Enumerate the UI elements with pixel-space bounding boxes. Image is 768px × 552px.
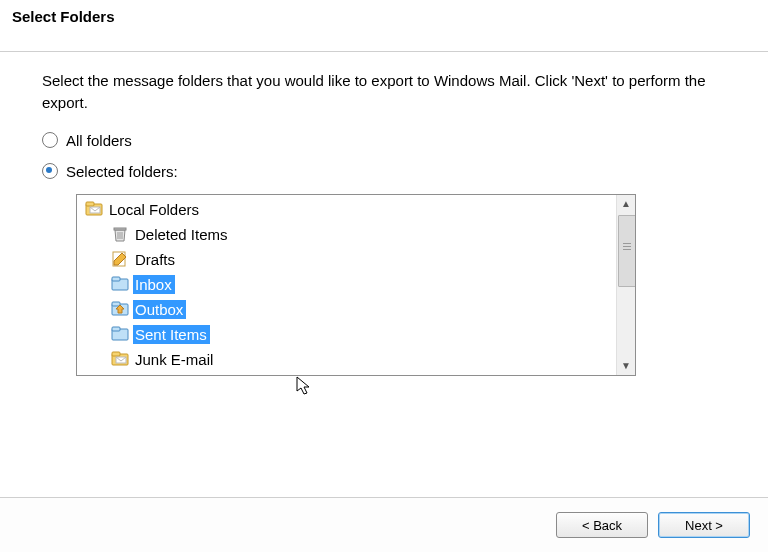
tree-item-label: Deleted Items: [133, 225, 231, 244]
junk-icon: [111, 350, 129, 368]
radio-icon: [42, 163, 58, 179]
svg-rect-1: [86, 202, 94, 206]
dialog-content: Select the message folders that you woul…: [0, 52, 768, 376]
svg-rect-15: [112, 352, 120, 356]
tree-item-label: Drafts: [133, 250, 178, 269]
button-label: < Back: [582, 518, 622, 533]
radio-label: All folders: [66, 132, 132, 149]
tree-item-drafts[interactable]: Drafts: [81, 247, 231, 272]
svg-rect-3: [114, 228, 126, 230]
svg-rect-9: [112, 277, 120, 281]
inbox-icon: [111, 275, 129, 293]
radio-selected-folders[interactable]: Selected folders:: [42, 163, 726, 180]
instruction-text: Select the message folders that you woul…: [42, 70, 726, 114]
folder-root-icon: [85, 200, 103, 218]
tree-item-label: Sent Items: [133, 325, 210, 344]
select-folders-dialog: Select Folders Select the message folder…: [0, 0, 768, 552]
tree-item-label: Junk E-mail: [133, 350, 216, 369]
tree-item-outbox[interactable]: Outbox: [81, 297, 231, 322]
radio-label: Selected folders:: [66, 163, 178, 180]
radio-icon: [42, 132, 58, 148]
tree-item-junk-email[interactable]: Junk E-mail: [81, 347, 231, 372]
next-button[interactable]: Next >: [658, 512, 750, 538]
scroll-down-button[interactable]: ▼: [617, 357, 635, 375]
dialog-title: Select Folders: [12, 8, 115, 25]
svg-rect-11: [112, 302, 120, 306]
tree-item-label: Local Folders: [107, 200, 202, 219]
svg-rect-13: [112, 327, 120, 331]
tree-item-inbox[interactable]: Inbox: [81, 272, 231, 297]
tree-root-local-folders[interactable]: Local Folders: [81, 197, 231, 222]
trash-icon: [111, 225, 129, 243]
sent-icon: [111, 325, 129, 343]
mouse-cursor-icon: [296, 376, 312, 396]
scroll-up-button[interactable]: ▲: [617, 195, 635, 213]
dialog-footer: < Back Next >: [0, 497, 768, 552]
button-label: Next >: [685, 518, 723, 533]
draft-icon: [111, 250, 129, 268]
dialog-header: Select Folders: [0, 0, 768, 52]
folder-tree[interactable]: Local Folders Deleted It: [76, 194, 636, 376]
scroll-thumb[interactable]: [618, 215, 636, 287]
scrollbar[interactable]: ▲ ▼: [616, 195, 635, 375]
tree-item-label: Outbox: [133, 300, 186, 319]
tree-item-deleted-items[interactable]: Deleted Items: [81, 222, 231, 247]
outbox-icon: [111, 300, 129, 318]
back-button[interactable]: < Back: [556, 512, 648, 538]
tree-item-sent-items[interactable]: Sent Items: [81, 322, 231, 347]
tree-item-label: Inbox: [133, 275, 175, 294]
radio-all-folders[interactable]: All folders: [42, 132, 726, 149]
